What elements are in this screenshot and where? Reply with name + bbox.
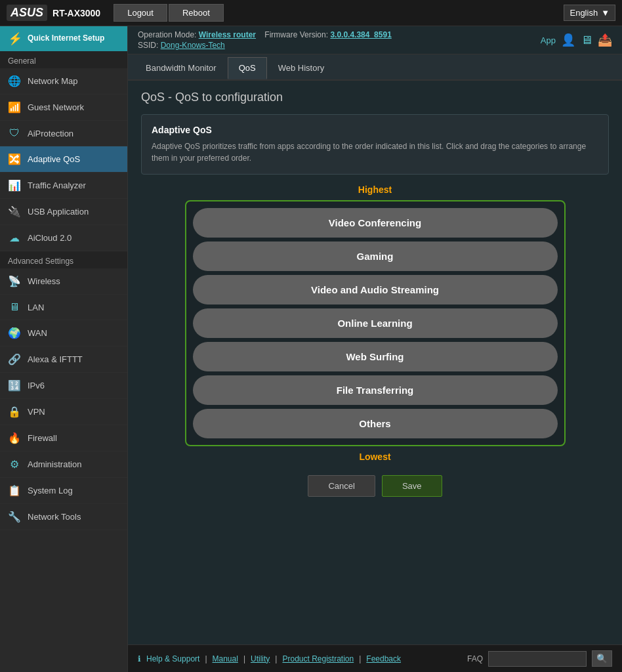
aicloud-icon: ☁	[8, 232, 21, 244]
footer: ℹ Help & Support | Manual | Utility | Pr…	[128, 644, 622, 672]
sidebar-item-label: Traffic Analyzer	[28, 180, 86, 190]
operation-info: Operation Mode: Wireless router Firmware…	[138, 30, 392, 50]
qos-card-desc: Adaptive QoS prioritizes traffic from ap…	[152, 140, 598, 164]
header-icons: App 👤 🖥 📤	[541, 33, 612, 47]
sidebar-item-lan[interactable]: 🖥 LAN	[0, 295, 127, 320]
wireless-icon: 📡	[8, 275, 21, 287]
sidebar-item-alexa-ifttt[interactable]: 🔗 Alexa & IFTTT	[0, 346, 127, 373]
sidebar-item-label: Wireless	[28, 276, 60, 286]
footer-separator: |	[205, 654, 207, 663]
footer-link-manual[interactable]: Manual	[213, 654, 238, 663]
vpn-icon: 🔒	[8, 406, 21, 418]
sidebar-item-vpn[interactable]: 🔒 VPN	[0, 399, 127, 425]
person-icon[interactable]: 👤	[561, 33, 575, 47]
chevron-down-icon: ▼	[601, 8, 610, 18]
quick-internet-setup[interactable]: ⚡ Quick Internet Setup	[0, 26, 127, 51]
sidebar-item-label: WAN	[28, 328, 47, 338]
tab-web-history[interactable]: Web History	[267, 57, 336, 79]
fw-label: Firmware Version:	[264, 30, 328, 39]
sidebar-item-ipv6[interactable]: 🔢 IPv6	[0, 373, 127, 399]
sidebar-item-label: Network Tools	[28, 512, 81, 522]
ssid-label: SSID:	[138, 41, 158, 50]
priority-item-file-transferring[interactable]: File Transferring	[193, 375, 558, 405]
language-selector[interactable]: English ▼	[564, 5, 615, 21]
footer-separator: |	[359, 654, 361, 663]
sidebar-item-administration[interactable]: ⚙ Administration	[0, 452, 127, 478]
app-link[interactable]: App	[541, 35, 556, 45]
sidebar-item-label: LAN	[28, 303, 44, 312]
priority-item-web-surfing[interactable]: Web Surfing	[193, 342, 558, 371]
fw-value: 3.0.0.4.384_8591	[330, 30, 391, 39]
cancel-button[interactable]: Cancel	[308, 475, 375, 497]
help-icon: ℹ	[138, 654, 141, 663]
sidebar-item-system-log[interactable]: 📋 System Log	[0, 478, 127, 504]
sidebar-item-label: VPN	[28, 407, 45, 417]
qos-card: Adaptive QoS Adaptive QoS prioritizes tr…	[141, 114, 609, 175]
sidebar-item-aiprotection[interactable]: 🛡 AiProtection	[0, 121, 127, 146]
traffic-analyzer-icon: 📊	[8, 179, 21, 192]
system-log-icon: 📋	[8, 484, 21, 497]
sidebar-item-label: IPv6	[28, 381, 45, 390]
logo: ASUS RT-AX3000	[7, 5, 100, 21]
quick-setup-label: Quick Internet Setup	[28, 33, 104, 44]
qos-card-title: Adaptive QoS	[152, 125, 598, 135]
footer-separator: |	[243, 654, 245, 663]
sidebar-item-label: Guest Network	[28, 102, 84, 112]
alexa-icon: 🔗	[8, 353, 21, 366]
ssid-value: Dong-Knows-Tech	[161, 41, 225, 50]
sidebar-item-network-tools[interactable]: 🔧 Network Tools	[0, 504, 127, 530]
language-text: English	[570, 8, 598, 18]
priority-item-online-learning[interactable]: Online Learning	[193, 308, 558, 338]
footer-separator: |	[275, 654, 277, 663]
priority-item-gaming[interactable]: Gaming	[193, 242, 558, 271]
priority-item-others[interactable]: Others	[193, 409, 558, 438]
faq-search-input[interactable]	[488, 651, 587, 667]
sidebar-item-wan[interactable]: 🌍 WAN	[0, 320, 127, 346]
main-layout: ⚡ Quick Internet Setup General 🌐 Network…	[0, 26, 622, 672]
priority-item-video-audio-streaming[interactable]: Video and Audio Streaming	[193, 275, 558, 304]
quick-setup-icon: ⚡	[8, 32, 22, 46]
aiprotection-icon: 🛡	[8, 127, 21, 139]
advanced-section-title: Advanced Settings	[0, 251, 127, 268]
page-content: QoS - QoS to configuration Adaptive QoS …	[128, 81, 622, 644]
action-buttons: Cancel Save	[141, 475, 609, 497]
sidebar-item-firewall[interactable]: 🔥 Firewall	[0, 425, 127, 452]
administration-icon: ⚙	[8, 458, 21, 471]
priority-item-video-conferencing[interactable]: Video Conferencing	[193, 208, 558, 238]
faq-search-button[interactable]: 🔍	[592, 650, 612, 667]
sidebar-item-guest-network[interactable]: 📶 Guest Network	[0, 94, 127, 121]
sidebar-item-label: Alexa & IFTTT	[28, 354, 83, 364]
top-nav: Logout Reboot	[114, 4, 224, 22]
ipv6-icon: 🔢	[8, 379, 21, 392]
sidebar-item-wireless[interactable]: 📡 Wireless	[0, 268, 127, 295]
sidebar-item-adaptive-qos[interactable]: 🔀 Adaptive QoS	[0, 146, 127, 173]
logout-button[interactable]: Logout	[114, 4, 167, 22]
highest-label: Highest	[358, 184, 392, 195]
sidebar-item-label: AiCloud 2.0	[28, 233, 72, 243]
footer-faq: FAQ 🔍	[467, 650, 612, 667]
main-content: Operation Mode: Wireless router Firmware…	[128, 26, 622, 672]
logo-asus: ASUS	[7, 5, 47, 21]
footer-link-utility[interactable]: Utility	[251, 654, 270, 663]
footer-link-feedback[interactable]: Feedback	[366, 654, 401, 663]
tab-bandwidth-monitor[interactable]: Bandwidth Monitor	[135, 57, 228, 79]
share-icon[interactable]: 📤	[598, 33, 612, 47]
sidebar-item-traffic-analyzer[interactable]: 📊 Traffic Analyzer	[0, 173, 127, 199]
op-mode-line: Operation Mode: Wireless router Firmware…	[138, 30, 392, 39]
sidebar-item-label: Network Map	[28, 76, 78, 86]
sidebar-item-aicloud[interactable]: ☁ AiCloud 2.0	[0, 225, 127, 251]
op-mode-label: Operation Mode:	[138, 30, 196, 39]
sidebar-item-usb-application[interactable]: 🔌 USB Application	[0, 199, 127, 225]
logo-model: RT-AX3000	[52, 8, 100, 18]
save-button[interactable]: Save	[382, 475, 442, 497]
reboot-button[interactable]: Reboot	[169, 4, 224, 22]
priority-list: Video Conferencing Gaming Video and Audi…	[185, 200, 566, 446]
tabs-bar: Bandwidth Monitor QoS Web History	[128, 54, 622, 81]
footer-link-product-reg[interactable]: Product Registration	[282, 654, 354, 663]
lowest-label: Lowest	[359, 452, 390, 462]
monitor-icon[interactable]: 🖥	[581, 33, 592, 47]
page-title: QoS - QoS to configuration	[141, 91, 609, 104]
firewall-icon: 🔥	[8, 432, 21, 444]
sidebar-item-network-map[interactable]: 🌐 Network Map	[0, 68, 127, 94]
tab-qos[interactable]: QoS	[228, 57, 267, 79]
